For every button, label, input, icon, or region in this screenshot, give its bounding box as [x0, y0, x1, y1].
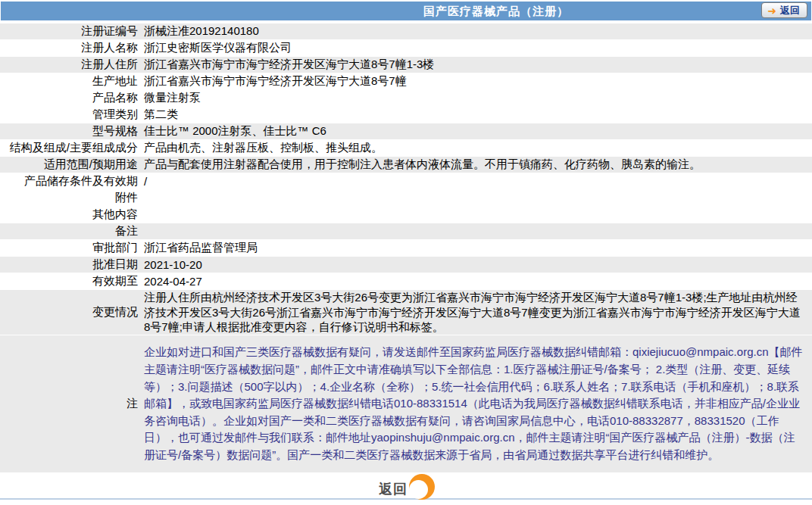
- field-value: 微量注射泵: [138, 90, 812, 106]
- field-label: 注: [0, 335, 138, 472]
- field-label: 适用范围/预期用途: [0, 157, 138, 173]
- field-label: 管理类别: [0, 107, 138, 123]
- field-label: 审批部门: [0, 240, 138, 256]
- field-value: 注册人住所由杭州经济技术开发区3号大街26号变更为浙江省嘉兴市海宁市海宁经济开发…: [138, 290, 812, 335]
- field-value: 产品与配套使用注射器配合使用，用于控制注入患者体内液体流量。不用于镇痛药、化疗药…: [138, 157, 812, 173]
- field-value: 2024-04-27: [138, 273, 812, 289]
- field-label: 生产地址: [0, 73, 138, 89]
- table-row-intended-use: 适用范围/预期用途 产品与配套使用注射器配合使用，用于控制注入患者体内液体流量。…: [0, 157, 812, 173]
- table-row-composition: 结构及组成/主要组成成分 产品由机壳、注射器压板、控制板、推头组成。: [0, 140, 812, 157]
- table-row-valid-until: 有效期至 2024-04-27: [0, 273, 812, 290]
- field-value: 企业如对进口和国产三类医疗器械数据有疑问，请发送邮件至国家药监局医疗器械数据纠错…: [138, 335, 812, 472]
- field-label: 产品名称: [0, 90, 138, 106]
- field-value: 浙江省药品监督管理局: [138, 240, 812, 256]
- table-row-product-name: 产品名称 微量注射泵: [0, 90, 812, 107]
- field-label: 有效期至: [0, 273, 138, 289]
- table-row-model-spec: 型号规格 佳士比™ 2000注射泵、佳士比™ C6: [0, 123, 812, 140]
- field-label: 批准日期: [0, 257, 138, 273]
- footer: 返回: [0, 473, 812, 505]
- field-value: [138, 207, 812, 223]
- table-row-change-history: 变更情况 注册人住所由杭州经济技术开发区3号大街26号变更为浙江省嘉兴市海宁市海…: [0, 290, 812, 335]
- field-value: 浙械注准20192140180: [138, 23, 812, 39]
- table-row-production-address: 生产地址 浙江省嘉兴市海宁市海宁经济开发区海宁大道8号7幢: [0, 73, 812, 90]
- field-label: 附件: [0, 190, 138, 206]
- table-row-attachment: 附件: [0, 190, 812, 207]
- field-label: 其他内容: [0, 207, 138, 223]
- field-label: 产品储存条件及有效期: [0, 173, 138, 189]
- table-row-approval-department: 审批部门 浙江省药品监督管理局: [0, 240, 812, 257]
- field-value: 浙江省嘉兴市海宁市海宁经济开发区海宁大道8号7幢: [138, 73, 812, 89]
- field-label: 备注: [0, 223, 138, 239]
- table-row-note: 注 企业如对进口和国产三类医疗器械数据有疑问，请发送邮件至国家药监局医疗器械数据…: [0, 335, 812, 473]
- field-value: 产品由机壳、注射器压板、控制板、推头组成。: [138, 140, 812, 156]
- table-row-approval-date: 批准日期 2021-10-20: [0, 257, 812, 273]
- field-value: 2021-10-20: [138, 257, 812, 273]
- field-value: 浙江省嘉兴市海宁市海宁经济开发区海宁大道8号7幢1-3楼: [138, 57, 812, 73]
- table-row-management-category: 管理类别 第二类: [0, 107, 812, 123]
- back-button-label: 返回: [379, 480, 408, 498]
- page-title: 国产医疗器械产品（注册）: [423, 4, 569, 18]
- table-row-registration-number: 注册证编号 浙械注准20192140180: [0, 23, 812, 40]
- field-label: 注册证编号: [0, 23, 138, 39]
- field-value: [138, 190, 812, 206]
- table-row-storage-validity: 产品储存条件及有效期 /: [0, 173, 812, 190]
- back-circle-inner: [409, 480, 428, 499]
- field-value: 第二类: [138, 107, 812, 123]
- table-row-other-content: 其他内容: [0, 207, 812, 223]
- field-value: 佳士比™ 2000注射泵、佳士比™ C6: [138, 123, 812, 139]
- field-label: 注册人名称: [0, 40, 138, 56]
- back-button-top[interactable]: ➜ 返回: [761, 2, 807, 18]
- table-row-registrant-address: 注册人住所 浙江省嘉兴市海宁市海宁经济开发区海宁大道8号7幢1-3楼: [0, 57, 812, 73]
- field-label: 注册人住所: [0, 57, 138, 73]
- field-value: 浙江史密斯医学仪器有限公司: [138, 40, 812, 56]
- title-bar: 国产医疗器械产品（注册） ➜ 返回: [1, 2, 811, 20]
- field-value: [138, 223, 812, 239]
- field-label: 变更情况: [0, 290, 138, 335]
- back-arrow-icon: ➜: [767, 5, 776, 16]
- field-label: 结构及组成/主要组成成分: [0, 140, 138, 156]
- field-label: 型号规格: [0, 123, 138, 139]
- table-row-remarks: 备注: [0, 223, 812, 240]
- back-button-label: 返回: [780, 5, 800, 15]
- field-value: /: [138, 173, 812, 189]
- back-button-bottom[interactable]: 返回: [373, 474, 439, 501]
- page: 国产医疗器械产品（注册） ➜ 返回 注册证编号 浙械注准20192140180 …: [0, 0, 812, 505]
- table-row-registrant-name: 注册人名称 浙江史密斯医学仪器有限公司: [0, 40, 812, 57]
- registration-detail-table: 注册证编号 浙械注准20192140180 注册人名称 浙江史密斯医学仪器有限公…: [0, 23, 812, 473]
